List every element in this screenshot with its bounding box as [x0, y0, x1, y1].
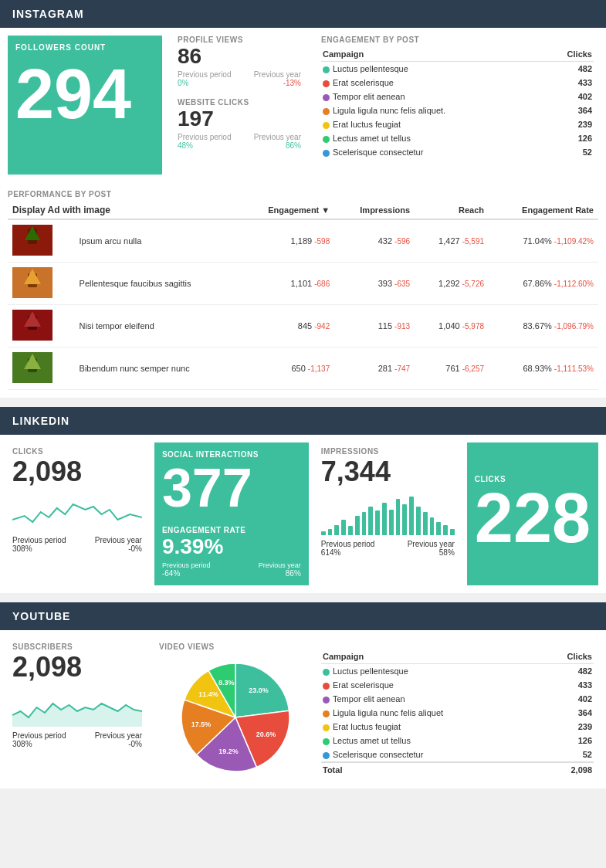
subscribers-chart: [12, 688, 142, 727]
post-engagement: 650 -1,137: [239, 348, 334, 390]
yt-campaign: Luctus pellentesque: [321, 664, 543, 679]
bar: [423, 512, 428, 535]
table-row: Pellentesque faucibus sagittis 1,101 -68…: [8, 263, 598, 305]
yt-clicks: 52: [543, 748, 594, 762]
yt-campaign: Erat scelerisque: [321, 678, 543, 692]
wc-prev-period: Previous period 48%: [178, 133, 231, 150]
engagement-campaign: Scelerisque consectetur: [321, 145, 544, 159]
engagement-clicks: 52: [544, 145, 594, 159]
bar: [436, 522, 441, 535]
engagement-title: ENGAGEMENT BY POST: [321, 36, 594, 44]
followers-label: FOLLOWERS COUNT: [15, 43, 154, 52]
bar: [443, 525, 448, 535]
yt-col-clicks[interactable]: Clicks: [543, 649, 594, 664]
pie-label: 8.3%: [218, 679, 235, 687]
table-row: Bibendum nunc semper nunc 650 -1,137 281…: [8, 348, 598, 390]
post-reach: 1,040 -5,978: [415, 305, 489, 348]
imp-prev-period: Previous period 614%: [321, 540, 374, 557]
pie-label: 17.5%: [191, 721, 212, 728]
engagement-campaign: Ligula ligula nunc felis aliquet.: [321, 103, 544, 117]
bar: [362, 512, 367, 535]
linkedin-clicks-chart: [12, 493, 142, 531]
list-item: Luctus pellentesque 482: [321, 62, 594, 76]
engagement-clicks: 433: [544, 76, 594, 90]
engagement-campaign: Erat scelerisque: [321, 76, 544, 90]
engagement-clicks: 126: [544, 131, 594, 145]
bar: [430, 517, 435, 535]
bar: [375, 510, 380, 535]
post-rate: 83.67% -1,096.79%: [489, 305, 598, 348]
subscribers-box: SUBSCRIBERS 2,098 Previous period 308% P…: [8, 638, 147, 781]
perf-table: Display Ad with image Engagement ▼ Impre…: [8, 202, 598, 390]
wc-prev-year: Previous year 86%: [254, 133, 301, 150]
pie-label: 11.4%: [198, 690, 218, 698]
post-name: Pellentesque faucibus sagittis: [75, 263, 239, 305]
list-item: Lectus amet ut tellus 126: [321, 131, 594, 145]
bar: [328, 529, 333, 535]
impressions-bar-chart: [321, 493, 455, 535]
bar: [382, 503, 387, 535]
profile-views-sub: Previous period 0% Previous year -13%: [178, 70, 301, 87]
post-engagement: 845 -942: [239, 305, 334, 348]
post-name: Nisi tempor eleifend: [75, 305, 239, 348]
eng-col-clicks[interactable]: Clicks: [544, 47, 594, 62]
profile-prev-year-label: Previous year -13%: [254, 70, 301, 87]
subscribers-sub: Previous period 308% Previous year -0%: [12, 731, 142, 748]
pie-label: 19.2%: [218, 748, 239, 755]
post-thumb: [8, 263, 75, 305]
middle-metrics: PROFILE VIEWS 86 Previous period 0% Prev…: [170, 36, 309, 175]
eng-rate-value: 9.39%: [162, 534, 301, 559]
table-row: Ipsum arcu nulla 1,189 -598 432 -596 1,4…: [8, 219, 598, 263]
engagement-campaign: Lectus amet ut tellus: [321, 131, 544, 145]
yt-campaign: Ligula ligula nunc felis aliquet: [321, 706, 543, 720]
list-item: Scelerisque consectetur 52: [321, 748, 594, 762]
yt-total-row: Total 2,098: [321, 762, 594, 777]
lc-prev-year: Previous year -0%: [95, 536, 142, 553]
sub-prev-period: Previous period 308%: [12, 731, 66, 748]
yt-clicks: 482: [543, 664, 594, 679]
post-thumb: [8, 305, 75, 348]
linkedin-clicks-label: CLICKS: [12, 447, 142, 456]
linkedin-header: LINKEDIN: [0, 407, 606, 435]
pie-label: 23.0%: [249, 687, 269, 694]
yt-campaign: Tempor elit aenean: [321, 692, 543, 706]
website-clicks-block: WEBSITE CLICKS 197 Previous period 48% P…: [178, 98, 301, 150]
perf-subtitle: Display Ad with image: [8, 202, 239, 219]
post-impressions: 281 -747: [334, 348, 415, 390]
pie-label: 20.6%: [256, 731, 276, 738]
engagement-campaign: Erat luctus feugiat: [321, 117, 544, 131]
perf-col-engagement[interactable]: Engagement ▼: [239, 202, 334, 219]
list-item: Ligula ligula nunc felis aliquet. 364: [321, 103, 594, 117]
yt-engagement-table: Campaign Clicks Luctus pellentesque 482 …: [321, 649, 594, 777]
er-prev-year: Previous year 86%: [259, 561, 301, 578]
post-rate: 67.86% -1,112.60%: [489, 263, 598, 305]
yt-total-value: 2,098: [543, 762, 594, 777]
perf-label: PERFORMANCE BY POST: [8, 190, 598, 198]
youtube-top-row: SUBSCRIBERS 2,098 Previous period 308% P…: [0, 630, 606, 788]
post-impressions: 432 -596: [334, 219, 415, 263]
yt-total-label: Total: [321, 762, 543, 777]
table-row: Nisi tempor eleifend 845 -942 115 -913 1…: [8, 305, 598, 348]
linkedin-clicks-value: 2,098: [12, 456, 142, 488]
engagement-campaign: Tempor elit aenean: [321, 90, 544, 103]
performance-by-post: PERFORMANCE BY POST Display Ad with imag…: [0, 182, 606, 398]
eng-rate-sub: Previous period -64% Previous year 86%: [162, 561, 301, 578]
post-reach: 1,427 -5,591: [415, 219, 489, 263]
bar: [321, 531, 326, 535]
video-views-box: VIDEO VIEWS 23.0%20.6%19.2%17.5%11.4%8.3…: [154, 638, 309, 781]
subscribers-value: 2,098: [12, 651, 142, 683]
post-engagement: 1,101 -686: [239, 263, 334, 305]
bar: [389, 510, 394, 535]
list-item: Erat luctus feugiat 239: [321, 117, 594, 131]
instagram-section: INSTAGRAM FOLLOWERS COUNT 294 PROFILE VI…: [0, 0, 606, 398]
bar: [396, 499, 401, 535]
yt-clicks: 402: [543, 692, 594, 706]
engagement-campaign: Luctus pellentesque: [321, 62, 544, 76]
bar: [450, 529, 455, 535]
list-item: Scelerisque consectetur 52: [321, 145, 594, 159]
list-item: Lectus amet ut tellus 126: [321, 734, 594, 748]
bar: [416, 507, 421, 535]
instagram-header: INSTAGRAM: [0, 0, 606, 28]
engagement-clicks: 239: [544, 117, 594, 131]
list-item: Erat luctus feugiat 239: [321, 720, 594, 734]
